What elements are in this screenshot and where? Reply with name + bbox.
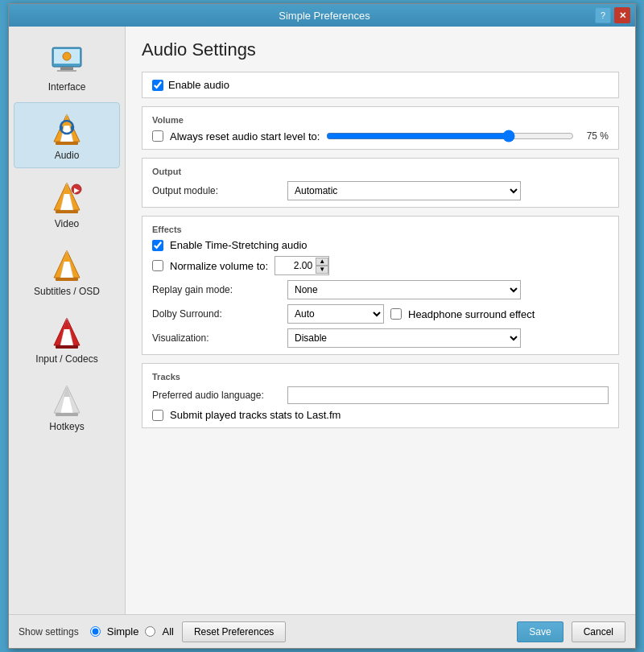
normalize-spinbox: ▲ ▼	[275, 256, 329, 275]
tracks-section-label: Tracks	[152, 372, 609, 382]
headphone-label[interactable]: Headphone surround effect	[408, 308, 535, 320]
title-bar: Simple Preferences ? ✕	[9, 4, 635, 27]
enable-audio-row: Enable audio	[152, 79, 609, 91]
input-label: Input / Codecs	[35, 353, 97, 365]
title-controls: ? ✕	[595, 7, 630, 23]
audio-label: Audio	[55, 150, 80, 161]
volume-row: Always reset audio start level to: 75 %	[152, 130, 609, 142]
time-stretching-row: Enable Time-Stretching audio	[152, 239, 609, 251]
volume-value: 75 %	[580, 130, 609, 142]
preferred-lang-label: Preferred audio language:	[152, 390, 281, 401]
volume-slider[interactable]	[326, 130, 574, 142]
preferred-lang-input[interactable]	[287, 386, 609, 404]
enable-audio-section: Enable audio	[142, 72, 619, 98]
page-title: Audio Settings	[142, 39, 619, 60]
show-settings-label: Show settings	[19, 626, 79, 638]
svg-rect-11	[71, 126, 74, 130]
effects-section-label: Effects	[152, 225, 609, 234]
visualization-select[interactable]: Disable Spectrum analyzer Scope VU Meter…	[287, 328, 521, 348]
dolby-label: Dolby Surround:	[152, 308, 281, 320]
sidebar-item-subtitles[interactable]: Subtitles / OSD	[14, 239, 120, 303]
time-stretching-checkbox[interactable]	[152, 240, 163, 251]
interface-label: Interface	[48, 81, 86, 93]
window-title: Simple Preferences	[54, 10, 595, 22]
dolby-row: Dolby Surround: Auto On Off Headphone su…	[152, 304, 609, 324]
sidebar-item-video[interactable]: ▶ Video	[14, 171, 120, 236]
sidebar-item-input[interactable]: Input / Codecs	[14, 307, 120, 371]
svg-text:▶: ▶	[74, 187, 80, 194]
headphone-checkbox[interactable]	[390, 308, 402, 320]
replay-gain-row: Replay gain mode: None Track Album	[152, 280, 609, 299]
close-button[interactable]: ✕	[614, 7, 630, 23]
reset-preferences-button[interactable]: Reset Preferences	[182, 621, 286, 642]
replay-gain-label: Replay gain mode:	[152, 284, 281, 295]
save-button[interactable]: Save	[517, 621, 563, 642]
volume-section-label: Volume	[152, 115, 609, 125]
lastfm-label[interactable]: Submit played tracks stats to Last.fm	[170, 409, 341, 421]
spinbox-buttons: ▲ ▼	[316, 258, 328, 274]
video-label: Video	[55, 218, 79, 229]
spinbox-up-btn[interactable]: ▲	[316, 258, 328, 266]
audio-icon	[47, 109, 86, 148]
volume-slider-container: 75 %	[326, 130, 609, 142]
svg-rect-29	[56, 413, 78, 416]
svg-point-4	[63, 52, 71, 60]
visualization-label: Visualization:	[152, 332, 281, 344]
output-module-select[interactable]: Automatic ALSA PulseAudio OSS DirectX	[287, 181, 521, 200]
subtitles-icon	[47, 246, 86, 284]
input-icon	[47, 313, 86, 352]
sidebar-item-audio[interactable]: Audio	[14, 102, 120, 168]
spinbox-down-btn[interactable]: ▼	[316, 266, 328, 274]
subtitles-label: Subtitles / OSD	[34, 286, 100, 297]
dolby-select[interactable]: Auto On Off	[287, 304, 384, 324]
main-window: Simple Preferences ? ✕ Interfac	[8, 3, 636, 649]
enable-audio-checkbox[interactable]	[152, 80, 163, 91]
time-stretching-label[interactable]: Enable Time-Stretching audio	[170, 239, 308, 251]
help-button[interactable]: ?	[595, 7, 611, 23]
all-radio-label[interactable]: All	[162, 625, 173, 638]
sidebar-item-hotkeys[interactable]: Hotkeys	[14, 374, 120, 439]
cancel-button[interactable]: Cancel	[572, 621, 625, 642]
volume-section: Volume Always reset audio start level to…	[142, 106, 619, 150]
sidebar-item-interface[interactable]: Interface	[14, 35, 120, 99]
all-radio[interactable]	[145, 626, 155, 637]
effects-section: Effects Enable Time-Stretching audio Nor…	[142, 216, 619, 355]
hotkeys-icon	[47, 381, 86, 419]
content-area: Audio Settings Enable audio Volume Alway…	[126, 27, 635, 614]
output-module-label: Output module:	[152, 185, 281, 196]
svg-rect-3	[57, 70, 76, 72]
svg-rect-21	[56, 278, 78, 281]
enable-audio-label[interactable]: Enable audio	[168, 79, 229, 91]
video-icon: ▶	[47, 178, 86, 217]
window-body: Interface Aud	[9, 27, 635, 614]
svg-rect-2	[60, 67, 73, 70]
output-section-label: Output	[152, 167, 609, 176]
svg-rect-10	[60, 126, 63, 130]
lastfm-checkbox[interactable]	[152, 410, 163, 421]
lastfm-row: Submit played tracks stats to Last.fm	[152, 409, 609, 421]
always-reset-label[interactable]: Always reset audio start level to:	[170, 130, 320, 142]
bottom-bar: Show settings Simple All Reset Preferenc…	[9, 614, 635, 648]
simple-radio[interactable]	[90, 626, 101, 637]
normalize-label[interactable]: Normalize volume to:	[170, 260, 268, 272]
replay-gain-select[interactable]: None Track Album	[287, 280, 521, 299]
interface-icon	[47, 41, 86, 80]
normalize-row: Normalize volume to: ▲ ▼	[152, 256, 609, 275]
hotkeys-label: Hotkeys	[49, 421, 84, 432]
simple-radio-label[interactable]: Simple	[107, 625, 139, 638]
visualization-row: Visualization: Disable Spectrum analyzer…	[152, 328, 609, 348]
always-reset-checkbox[interactable]	[152, 130, 163, 142]
normalize-value-input[interactable]	[275, 257, 316, 274]
svg-rect-25	[56, 345, 78, 349]
radio-group: Simple All	[90, 625, 174, 638]
preferred-lang-row: Preferred audio language:	[152, 386, 609, 404]
svg-rect-8	[56, 142, 78, 145]
sidebar: Interface Aud	[9, 27, 126, 614]
svg-rect-15	[56, 210, 78, 213]
output-module-row: Output module: Automatic ALSA PulseAudio…	[152, 181, 609, 200]
tracks-section: Tracks Preferred audio language: Submit …	[142, 363, 619, 428]
output-section: Output Output module: Automatic ALSA Pul…	[142, 158, 619, 208]
normalize-checkbox[interactable]	[152, 260, 163, 271]
